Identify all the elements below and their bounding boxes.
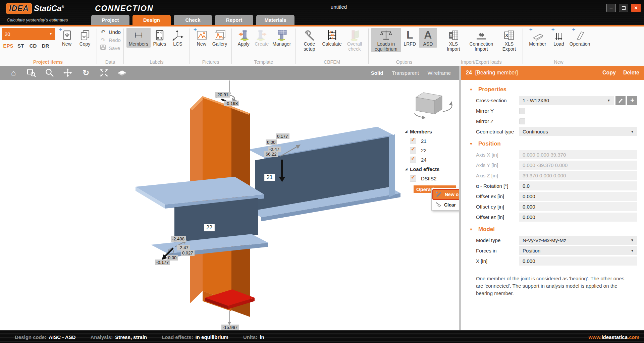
plates-labels-toggle[interactable]: Plates bbox=[151, 28, 169, 48]
row-x-position: X [in] 0.000 bbox=[461, 256, 644, 266]
lrfd-toggle[interactable]: L LRFD bbox=[401, 28, 419, 48]
undo-button[interactable]: ↶ Undo bbox=[100, 28, 121, 36]
picture-gallery-button[interactable]: Gallery bbox=[211, 28, 229, 48]
collapse-icon[interactable]: ▼ bbox=[469, 227, 473, 231]
tree-member-21[interactable]: ✓ 21 bbox=[402, 136, 460, 146]
minimize-button[interactable]: ─ bbox=[606, 4, 616, 12]
tree-load-dstls2[interactable]: ✓ DStlS2 bbox=[402, 174, 460, 183]
tree-member-24[interactable]: ✓ 24 bbox=[402, 155, 460, 164]
tree-expander-icon[interactable]: ◢ bbox=[402, 167, 410, 171]
mirror-z-checkbox[interactable] bbox=[519, 118, 525, 124]
ribbon-section-cbfem: Code setup Calculate Overall check CBFEM bbox=[296, 26, 367, 66]
model-type-dropdown[interactable]: N-Vy-Vz-Mx-My-Mz ▼ bbox=[519, 236, 637, 245]
geometrical-type-dropdown[interactable]: Continuous ▼ bbox=[519, 127, 637, 136]
mode-cd[interactable]: CD bbox=[27, 43, 39, 49]
rotate-view-icon[interactable]: ↻ bbox=[81, 68, 91, 77]
clipping-plane-icon[interactable] bbox=[117, 68, 127, 77]
picture-new-button[interactable]: + New bbox=[193, 28, 211, 48]
template-manager-button[interactable]: Manager bbox=[271, 28, 292, 48]
dim-label: -0.198 bbox=[224, 101, 239, 106]
delete-member-button[interactable]: Delete bbox=[623, 70, 639, 76]
xls-import-button[interactable]: X XLS Import bbox=[443, 28, 464, 52]
mirror-y-checkbox[interactable] bbox=[519, 108, 525, 114]
axis-arrow-bottom bbox=[228, 311, 231, 325]
rotation-input[interactable]: 0.0 bbox=[519, 181, 637, 190]
section-label-project-items: Project items bbox=[2, 59, 94, 66]
offset-ez-input[interactable]: 0.000 bbox=[519, 213, 637, 222]
ribbon-section-options: Loads in equilibrium L LRFD A ASD Option… bbox=[369, 26, 439, 66]
connection-import-button[interactable]: Connection Import bbox=[464, 28, 498, 52]
loads-in-equilibrium-toggle[interactable]: Loads in equilibrium bbox=[371, 28, 401, 52]
mode-st[interactable]: ST bbox=[14, 43, 27, 49]
zoom-window-icon[interactable] bbox=[27, 68, 36, 77]
xls-export-button[interactable]: X XLS Export bbox=[498, 28, 520, 52]
edit-cross-section-button[interactable] bbox=[615, 96, 626, 105]
close-button[interactable]: ✕ bbox=[631, 4, 641, 12]
tab-check[interactable]: Check bbox=[174, 15, 212, 25]
code-setup-button[interactable]: Code setup bbox=[298, 28, 320, 52]
pan-icon[interactable] bbox=[63, 68, 72, 77]
offset-ex-input[interactable]: 0.000 bbox=[519, 192, 637, 201]
title-bar: IDEA StatiCa® CONNECTION Calculate yeste… bbox=[0, 0, 644, 26]
collapse-icon[interactable]: ▼ bbox=[469, 142, 473, 146]
new-label: New bbox=[62, 42, 71, 47]
offset-ey-input[interactable]: 0.000 bbox=[519, 202, 637, 211]
new-operation-button[interactable]: + Operation bbox=[568, 28, 592, 48]
save-button[interactable]: Save bbox=[100, 44, 120, 52]
section-label-labels: Labels bbox=[126, 59, 187, 66]
checkbox-member-24[interactable]: ✓ bbox=[410, 157, 416, 163]
properties-panel-header: 24 [Bearing member] Copy Delete bbox=[461, 66, 644, 80]
tab-design[interactable]: Design bbox=[132, 15, 171, 25]
view-mode-transparent[interactable]: Transparent bbox=[392, 70, 419, 76]
redo-button[interactable]: ↷ Redo bbox=[100, 36, 121, 44]
tree-expander-icon[interactable]: ◢ bbox=[402, 130, 410, 133]
lcs-labels-toggle[interactable]: LCS bbox=[169, 28, 187, 48]
new-load-button[interactable]: + Load bbox=[550, 28, 568, 48]
website-link[interactable]: www.ideastatica.com bbox=[589, 334, 639, 340]
mode-dr[interactable]: DR bbox=[39, 43, 52, 49]
collapse-icon[interactable]: ▼ bbox=[469, 88, 473, 92]
tree-members-header[interactable]: ◢ Members bbox=[402, 127, 460, 136]
home-view-icon[interactable]: ⌂ bbox=[9, 68, 18, 77]
tree-load-effects-header[interactable]: ◢ Load effects bbox=[402, 164, 460, 174]
view-mode-solid[interactable]: Solid bbox=[371, 70, 383, 76]
tab-report[interactable]: Report bbox=[215, 15, 253, 25]
new-project-item-button[interactable]: + New bbox=[58, 28, 76, 48]
tab-project[interactable]: Project bbox=[91, 15, 129, 25]
template-apply-button[interactable]: Apply bbox=[234, 28, 253, 48]
zoom-icon[interactable] bbox=[45, 68, 54, 77]
model-viewport[interactable]: -20.91 -0.198 0.177 0.00 -2.47 66.22 -2.… bbox=[0, 80, 459, 330]
row-axis-z: Axis Z [in] 39.370 0.000 0.000 bbox=[461, 170, 644, 181]
row-geometrical-type: Geometrical type Continuous ▼ bbox=[461, 126, 644, 137]
copy-project-item-button[interactable]: Copy bbox=[76, 28, 94, 48]
section-model[interactable]: ▼ Model bbox=[461, 224, 644, 235]
checkbox-member-22[interactable]: ✓ bbox=[410, 147, 416, 154]
checkbox-member-21[interactable]: ✓ bbox=[410, 138, 416, 144]
members-labels-toggle[interactable]: ⌶ Members bbox=[126, 28, 151, 48]
project-item-selector[interactable]: 20 ▼ bbox=[2, 28, 55, 40]
template-create-button[interactable]: Create bbox=[253, 28, 271, 48]
tree-member-22[interactable]: ✓ 22 bbox=[402, 146, 460, 155]
zoom-fit-icon[interactable] bbox=[99, 68, 109, 77]
checkbox-dstls2[interactable]: ✓ bbox=[410, 175, 416, 182]
forces-in-dropdown[interactable]: Position ▼ bbox=[519, 246, 637, 255]
copy-member-button[interactable]: Copy bbox=[602, 70, 616, 76]
new-member-button[interactable]: + Member bbox=[526, 28, 550, 48]
asd-toggle[interactable]: A ASD bbox=[419, 28, 437, 48]
mode-eps[interactable]: EPS bbox=[2, 43, 14, 49]
dim-label: -0.177 bbox=[155, 260, 170, 265]
tab-materials[interactable]: Materials bbox=[256, 15, 294, 25]
cross-section-dropdown[interactable]: 1 - W12X30 ▼ bbox=[519, 96, 614, 105]
view-mode-wireframe[interactable]: Wireframe bbox=[428, 70, 451, 76]
dim-label: 0.177 bbox=[276, 133, 289, 139]
overall-check-button[interactable]: Overall check bbox=[343, 28, 366, 52]
x-position-input[interactable]: 0.000 bbox=[519, 256, 637, 266]
member-tag-22: 22 bbox=[204, 224, 215, 231]
section-position[interactable]: ▼ Position bbox=[461, 138, 644, 150]
maximize-button[interactable] bbox=[619, 4, 628, 12]
add-cross-section-button[interactable]: + bbox=[627, 96, 637, 105]
wrench-icon bbox=[304, 29, 315, 42]
dim-label: -2.47 bbox=[177, 245, 190, 250]
section-properties[interactable]: ▼ Properties bbox=[461, 84, 644, 95]
calculate-button[interactable]: Calculate bbox=[320, 28, 343, 48]
